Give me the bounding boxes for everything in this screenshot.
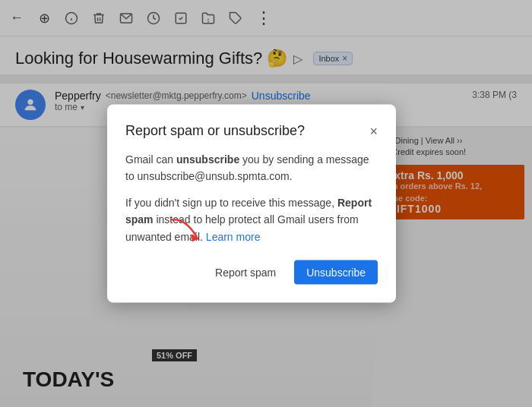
dialog-footer: Report spam Unsubscribe [125,260,378,284]
dialog-para-1: Gmail can unsubscribe you by sending a m… [125,151,378,185]
dialog-body: Gmail can unsubscribe you by sending a m… [125,151,378,245]
learn-more-link[interactable]: Learn more [206,230,261,242]
dialog-header: Report spam or unsubscribe? × [125,123,378,139]
dialog-title: Report spam or unsubscribe? [125,123,305,139]
report-spam-button[interactable]: Report spam [206,260,285,284]
dialog-para-2: If you didn't sign up to receive this me… [125,194,378,245]
dialog-para1-cont: you by sending a message to unsubscribe@… [125,153,369,182]
unsubscribe-button[interactable]: Unsubscribe [294,260,378,284]
dialog-close-button[interactable]: × [369,125,378,138]
unsubscribe-bold: unsubscribe [176,153,239,166]
report-spam-dialog: Report spam or unsubscribe? × Gmail can … [107,105,396,303]
